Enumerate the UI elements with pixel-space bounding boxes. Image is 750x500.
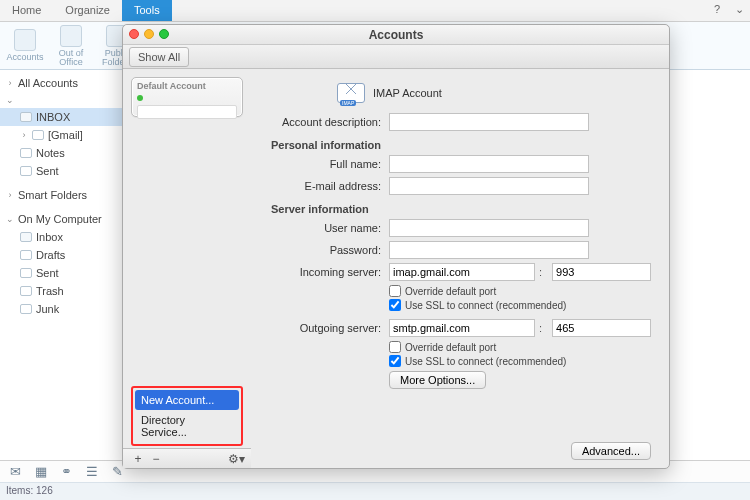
email-label: E-mail address: [261,180,381,192]
account-description-label: Account description: [261,116,381,128]
accounts-button[interactable]: Accounts [4,29,46,62]
outgoing-ssl-checkbox[interactable] [389,355,401,367]
collapse-ribbon-icon[interactable]: ⌄ [728,0,750,21]
outgoing-override-port-label: Override default port [405,342,496,353]
new-account-menu-item[interactable]: New Account... [135,390,239,410]
dialog-titlebar: Accounts [123,25,669,45]
sidebar-item-local-sent[interactable]: Sent [0,264,129,282]
show-all-button[interactable]: Show All [129,47,189,67]
notes-view-icon[interactable]: ✎ [112,464,123,479]
outgoing-override-port-checkbox[interactable] [389,341,401,353]
incoming-override-port-label: Override default port [405,286,496,297]
items-label: Items: [6,485,33,496]
dialog-title: Accounts [369,28,424,42]
sidebar-item-account[interactable]: ⌄ [0,92,129,108]
sidebar-item-inbox[interactable]: INBOX [0,108,129,126]
outgoing-server-label: Outgoing server: [261,322,381,334]
user-name-field[interactable] [389,219,589,237]
junk-icon [20,304,32,314]
sidebar-item-label: Junk [36,303,59,315]
dialog-toolbar: Show All [123,45,669,69]
full-name-label: Full name: [261,158,381,170]
help-icon[interactable]: ? [706,0,728,21]
tab-organize[interactable]: Organize [53,0,122,21]
folder-icon [20,148,32,158]
tab-home[interactable]: Home [0,0,53,21]
password-label: Password: [261,244,381,256]
more-options-button[interactable]: More Options... [389,371,486,389]
email-field[interactable] [389,177,589,195]
sidebar-item-label: INBOX [36,111,70,123]
folder-sidebar: › All Accounts ⌄ INBOX › [Gmail] Notes S… [0,70,130,460]
sidebar-item-label: [Gmail] [48,129,83,141]
sidebar-item-local-inbox[interactable]: Inbox [0,228,129,246]
account-list-pane: Default Account New Account... Directory… [123,69,251,468]
chevron-down-icon: ⌄ [6,95,14,105]
sidebar-item-on-my-computer[interactable]: ⌄ On My Computer [0,210,129,228]
outgoing-ssl-label: Use SSL to connect (recommended) [405,356,566,367]
account-description-field[interactable] [389,113,589,131]
sidebar-item-gmail[interactable]: › [Gmail] [0,126,129,144]
accounts-label: Accounts [6,53,43,62]
full-name-field[interactable] [389,155,589,173]
folder-icon [20,268,32,278]
accounts-icon [14,29,36,51]
sidebar-item-local-trash[interactable]: Trash [0,282,129,300]
account-card-label: Default Account [137,81,237,91]
personal-info-section: Personal information [271,139,651,151]
close-window-icon[interactable] [129,29,139,39]
sidebar-item-label: Smart Folders [18,189,87,201]
inbox-icon [20,112,32,122]
minimize-window-icon[interactable] [144,29,154,39]
password-field[interactable] [389,241,589,259]
incoming-override-port-checkbox[interactable] [389,285,401,297]
sidebar-item-label: Trash [36,285,64,297]
account-options-button[interactable]: ⚙▾ [228,452,245,466]
people-view-icon[interactable]: ⚭ [61,464,72,479]
accounts-dialog: Accounts Show All Default Account New Ac… [122,24,670,469]
add-account-menu-highlight: New Account... Directory Service... [131,386,243,446]
status-led-icon [137,95,143,101]
advanced-button[interactable]: Advanced... [571,442,651,460]
trash-icon [20,286,32,296]
sidebar-item-label: Inbox [36,231,63,243]
sidebar-item-sent[interactable]: Sent [0,162,129,180]
out-of-office-icon [60,25,82,47]
sidebar-item-label: Notes [36,147,65,159]
sidebar-item-notes[interactable]: Notes [0,144,129,162]
chevron-right-icon: › [6,190,14,200]
directory-service-menu-item[interactable]: Directory Service... [135,410,239,442]
sidebar-item-smart-folders[interactable]: › Smart Folders [0,186,129,204]
calendar-view-icon[interactable]: ▦ [35,464,47,479]
inbox-icon [20,232,32,242]
sidebar-item-local-junk[interactable]: Junk [0,300,129,318]
remove-account-button[interactable]: − [147,452,165,466]
outgoing-port-field[interactable] [552,319,651,337]
chevron-right-icon: › [6,78,14,88]
folder-icon [20,166,32,176]
incoming-ssl-checkbox[interactable] [389,299,401,311]
server-info-section: Server information [271,203,651,215]
tab-tools[interactable]: Tools [122,0,172,21]
incoming-server-field[interactable] [389,263,535,281]
incoming-server-label: Incoming server: [261,266,381,278]
account-form: IMAP IMAP Account Account description: P… [251,69,669,468]
tasks-view-icon[interactable]: ☰ [86,464,98,479]
account-card-default[interactable]: Default Account [131,77,243,117]
sidebar-item-label: Sent [36,165,59,177]
add-account-button[interactable]: + [129,452,147,466]
out-of-office-button[interactable]: Out of Office [50,25,92,67]
mail-view-icon[interactable]: ✉ [10,464,21,479]
sidebar-item-label: All Accounts [18,77,78,89]
incoming-port-field[interactable] [552,263,651,281]
sidebar-item-label: Sent [36,267,59,279]
account-type-label: IMAP Account [373,87,442,99]
zoom-window-icon[interactable] [159,29,169,39]
status-bar: Items: 126 [0,482,750,500]
chevron-right-icon: › [20,130,28,140]
sidebar-item-all-accounts[interactable]: › All Accounts [0,74,129,92]
items-count: 126 [36,485,53,496]
chevron-down-icon: ⌄ [6,214,14,224]
outgoing-server-field[interactable] [389,319,535,337]
sidebar-item-local-drafts[interactable]: Drafts [0,246,129,264]
